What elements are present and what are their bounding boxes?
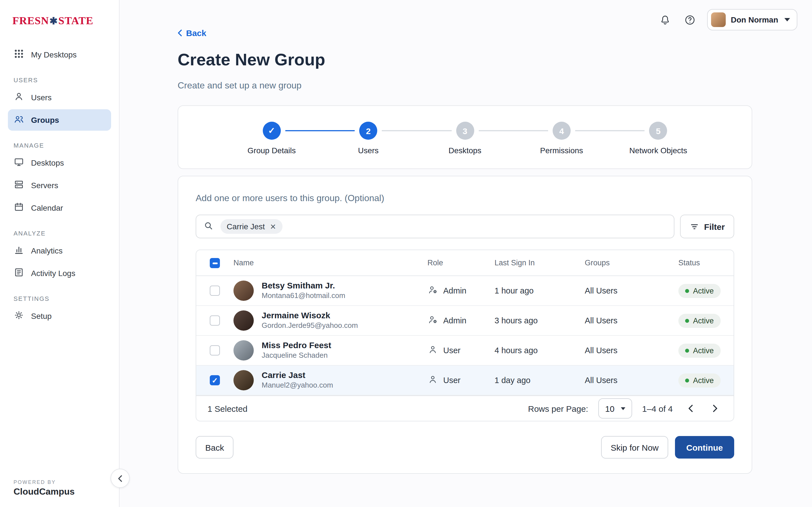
sidebar-item-users[interactable]: Users xyxy=(8,87,111,108)
table-row[interactable]: Betsy Smitham Jr. Montana61@hotmail.com … xyxy=(196,276,733,306)
last-sign-in: 1 hour ago xyxy=(495,286,585,295)
admin-role-icon xyxy=(427,314,438,327)
role-label: User xyxy=(443,346,460,355)
step-1-circle: ✓ xyxy=(262,122,281,140)
role-label: Admin xyxy=(443,316,466,325)
column-header-name: Name xyxy=(234,259,427,267)
page-subtitle: Create and set up a new group xyxy=(177,80,752,91)
row-checkbox[interactable] xyxy=(210,345,220,355)
sidebar-item-label: Groups xyxy=(31,115,59,124)
row-checkbox[interactable] xyxy=(210,375,220,385)
column-header-status: Status xyxy=(678,259,733,267)
back-link[interactable]: Back xyxy=(177,28,206,38)
user-search-input[interactable]: Carrie Jest ✕ xyxy=(196,215,674,238)
back-button[interactable]: Back xyxy=(196,436,234,459)
sidebar-item-calendar[interactable]: Calendar xyxy=(8,197,111,219)
chevron-left-icon xyxy=(177,29,182,37)
sidebar-nav: My Desktops USERS Users Groups xyxy=(8,44,111,327)
filter-button[interactable]: Filter xyxy=(680,215,734,238)
app-window: FRESN✱STATE My Desktops USERS xyxy=(0,0,812,507)
selected-count: 1 Selected xyxy=(207,404,248,413)
activity-log-icon xyxy=(13,267,24,279)
status-dot-icon xyxy=(685,289,689,293)
user-name: Betsy Smitham Jr. xyxy=(262,281,345,291)
sidebar-item-label: My Desktops xyxy=(31,50,77,59)
column-header-role: Role xyxy=(427,259,495,267)
groups-value: All Users xyxy=(585,346,678,355)
sidebar-item-servers[interactable]: Servers xyxy=(8,175,111,196)
sidebar-item-desktops[interactable]: Desktops xyxy=(8,152,111,173)
step-2-label: Users xyxy=(358,146,378,155)
status-dot-icon xyxy=(685,378,689,382)
search-filter-chip: Carrie Jest ✕ xyxy=(220,219,282,234)
user-icon xyxy=(13,91,24,104)
column-header-groups: Groups xyxy=(585,259,678,267)
select-all-checkbox[interactable] xyxy=(210,258,220,268)
last-sign-in: 3 hours ago xyxy=(495,316,585,325)
user-role-icon xyxy=(427,374,438,386)
status-dot-icon xyxy=(685,319,689,323)
user-email: Montana61@hotmail.com xyxy=(262,291,345,301)
wizard-stepper-card: ✓ Group Details 2 Users 3 Desktops 4 Per… xyxy=(177,105,752,169)
wizard-actions: Back Skip for Now Continue xyxy=(196,436,734,459)
skip-for-now-button[interactable]: Skip for Now xyxy=(601,436,668,459)
main-content: Back Create New Group Create and set up … xyxy=(119,0,812,507)
sidebar-item-setup[interactable]: Setup xyxy=(8,305,111,327)
chevron-down-icon xyxy=(621,407,625,410)
sidebar-item-analytics[interactable]: Analytics xyxy=(8,240,111,262)
monitor-icon xyxy=(13,157,24,169)
sidebar-item-groups[interactable]: Groups xyxy=(8,109,111,131)
status-badge: Active xyxy=(678,284,721,298)
user-email: Manuel2@yahoo.com xyxy=(262,381,333,390)
sidebar-section-manage: MANAGE xyxy=(13,142,105,149)
table-row[interactable]: Jermaine Wisozk Gordon.Jerde95@yahoo.com… xyxy=(196,306,733,336)
wizard-stepper: ✓ Group Details 2 Users 3 Desktops 4 Per… xyxy=(223,122,707,155)
step-group-details[interactable]: ✓ Group Details xyxy=(223,122,320,155)
row-checkbox[interactable] xyxy=(210,286,220,296)
sidebar-collapse-button[interactable] xyxy=(110,469,130,488)
column-header-last-sign-in: Last Sign In xyxy=(495,259,585,267)
sidebar-item-label: Desktops xyxy=(31,158,64,167)
chip-label: Carrie Jest xyxy=(227,222,265,231)
page-title: Create New Group xyxy=(177,50,752,69)
rows-per-page-select[interactable]: 10 xyxy=(598,398,632,418)
sidebar-section-users: USERS xyxy=(13,76,105,83)
table-row[interactable]: Carrie Jast Manuel2@yahoo.com User 1 day… xyxy=(196,365,733,395)
cloudcampus-logo: CloudCampus xyxy=(13,487,75,497)
sidebar-item-my-desktops[interactable]: My Desktops xyxy=(8,44,111,65)
groups-value: All Users xyxy=(585,316,678,325)
powered-by-label: POWERED BY xyxy=(13,480,75,485)
table-row[interactable]: Miss Pedro Feest Jacqueline Schaden User… xyxy=(196,336,733,365)
table-footer: 1 Selected Rows per Page: 10 1–4 of 4 xyxy=(196,395,733,421)
table-header-row: Name Role Last Sign In Groups Status xyxy=(196,250,733,276)
sidebar-item-label: Calendar xyxy=(31,203,63,212)
user-email: Jacqueline Schaden xyxy=(262,351,331,360)
avatar xyxy=(234,340,254,360)
step-users[interactable]: 2 Users xyxy=(320,122,417,155)
chip-remove-icon[interactable]: ✕ xyxy=(270,222,276,231)
row-checkbox[interactable] xyxy=(210,316,220,326)
logo-star-icon: ✱ xyxy=(49,16,59,26)
sidebar-item-activity-logs[interactable]: Activity Logs xyxy=(8,263,111,284)
avatar xyxy=(234,370,254,390)
sidebar-item-label: Servers xyxy=(31,181,58,190)
avatar xyxy=(234,281,254,301)
status-badge: Active xyxy=(678,373,721,387)
server-icon xyxy=(13,179,24,191)
pagination-next-button[interactable] xyxy=(708,401,722,416)
step-5-circle: 5 xyxy=(649,122,667,140)
step-desktops: 3 Desktops xyxy=(417,122,513,155)
pagination-range: 1–4 of 4 xyxy=(642,404,673,413)
user-name: Carrie Jast xyxy=(262,371,333,381)
avatar xyxy=(234,311,254,331)
calendar-icon xyxy=(13,202,24,214)
pagination-prev-button[interactable] xyxy=(683,401,698,416)
status-dot-icon xyxy=(685,348,689,352)
continue-button[interactable]: Continue xyxy=(675,436,734,459)
search-icon xyxy=(203,220,214,233)
last-sign-in: 1 day ago xyxy=(495,376,585,385)
step-permissions: 4 Permissions xyxy=(513,122,610,155)
step-network-objects: 5 Network Objects xyxy=(610,122,707,155)
step-4-label: Permissions xyxy=(540,146,583,155)
role-label: Admin xyxy=(443,286,466,295)
